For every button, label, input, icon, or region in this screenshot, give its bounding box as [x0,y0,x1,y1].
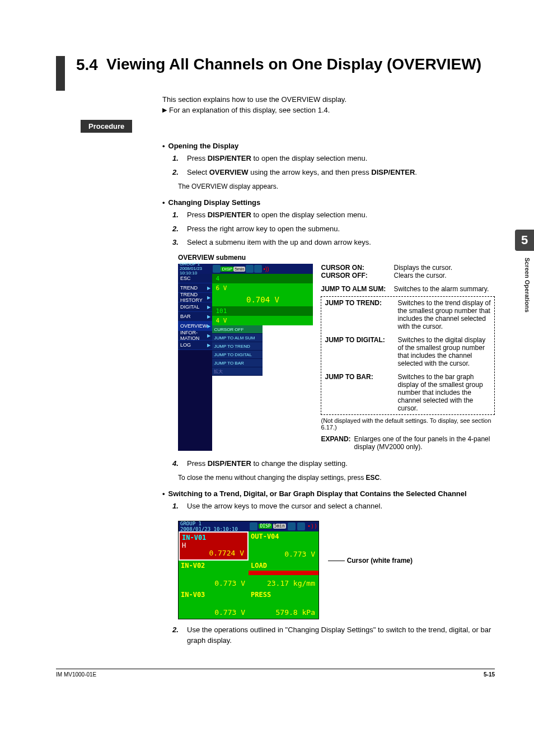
opening-head: Opening the Display [168,142,239,150]
chg-step-4-note: To close the menu without changing the d… [178,474,495,482]
section-title: Viewing All Channels on One Display (OVE… [106,56,481,73]
chg-step-1: Press DISP/ENTER to open the display sel… [187,210,495,221]
chg-step-2: Press the right arrow key to open the su… [187,224,495,235]
chg-step-4: Press DISP/ENTER to change the display s… [187,459,495,469]
open-step-2-note: The OVERVIEW display appears. [178,183,495,190]
cursor-callout: Cursor (white frame) [328,557,413,564]
sw-step-2: Use the operations outlined in "Changing… [187,625,495,646]
channel-cell: LOAD 23.17 kg/mm [249,561,318,590]
overview-submenu-screenshot: GROUP 12008/01/23 10:10:10 ESC TREND▶ TR… [178,264,495,451]
key-icon [246,265,254,273]
sound-icon: •)) [263,266,269,272]
channel-cell: IN-V03 0.773 V [179,590,249,619]
intro-line-2: For an explanation of this display, see … [169,106,330,114]
time-badge: 5min [233,267,245,272]
usb-icon [254,265,262,273]
submenu-label: OVERVIEW submenu [178,254,495,262]
usb-icon [297,522,305,530]
channel-cell: PRESS 579.8 kPa [249,590,318,619]
triangle-icon: ▶ [162,106,167,114]
channel-cell: OUT-V04 0.773 V [249,531,318,561]
procedure-label: Procedure [81,120,132,133]
disk-icon [250,522,257,530]
disk-icon [213,265,221,273]
section-number: 5.4 [76,56,106,74]
channel-cell-selected: IN-V01 H 0.7724 V [179,531,249,561]
channel-cell: IN-V02 0.773 V [179,561,249,590]
section-ornament [56,56,65,91]
dashed-note: (Not displayed with the default settings… [321,417,495,431]
chg-step-3: Select a submenu item with the up and do… [187,237,495,248]
intro-line-1: This section explains how to use the OVE… [162,95,495,104]
key-icon [288,522,296,530]
switch-head: Switching to a Trend, Digital, or Bar Gr… [168,489,467,498]
disp-badge: DISP [221,267,233,272]
sw-step-1: Use the arrow keys to move the cursor an… [187,501,495,512]
overview-grid-screenshot: GROUP 12008/01/23 10:10:10 DISP 5min •))… [178,521,319,619]
open-step-2: Select OVERVIEW using the arrow keys, an… [187,167,495,178]
open-step-1: Press DISP/ENTER to open the display sel… [187,153,495,164]
footer-doc-id: IM MV1000-01E [56,671,96,678]
footer-page: 5-15 [484,671,495,678]
sound-icon: •)) [307,523,317,529]
changing-head: Changing Display Settings [168,198,261,207]
